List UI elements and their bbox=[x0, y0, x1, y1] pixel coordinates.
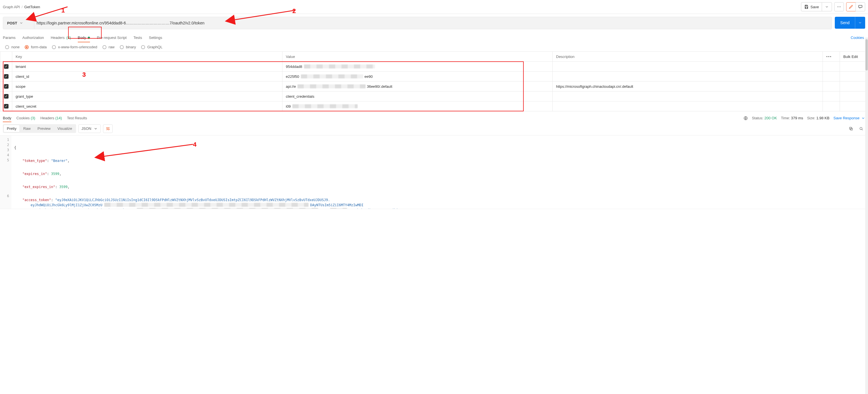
row-enabled-checkbox[interactable]: ✓ bbox=[4, 64, 8, 69]
row-enabled-checkbox[interactable]: ✓ bbox=[4, 94, 8, 98]
comments-button[interactable] bbox=[856, 2, 865, 11]
row-enabled-checkbox[interactable]: ✓ bbox=[4, 74, 8, 79]
bulk-edit-link[interactable]: Bulk Edit bbox=[840, 52, 868, 61]
tab-body[interactable]: Body bbox=[78, 33, 90, 42]
copy-response-button[interactable] bbox=[847, 125, 855, 133]
viewer-visualize[interactable]: Visualize bbox=[54, 125, 75, 132]
svg-point-1 bbox=[839, 6, 839, 7]
cell-value[interactable]: i09 bbox=[282, 102, 552, 111]
table-row: ✓grant_typeclient_credentials bbox=[0, 91, 868, 101]
cell-value[interactable]: e225f50ee90 bbox=[282, 72, 552, 81]
cell-description[interactable] bbox=[552, 91, 823, 101]
col-key: Key bbox=[12, 52, 282, 61]
save-button-group: Save bbox=[801, 2, 832, 11]
wrap-icon bbox=[105, 126, 110, 131]
globe-icon bbox=[743, 116, 748, 120]
http-method-select[interactable]: POST bbox=[3, 17, 34, 29]
body-type-x-www-form-urlencoded[interactable]: x-www-form-urlencoded bbox=[52, 45, 97, 49]
edit-button[interactable] bbox=[846, 2, 856, 11]
cell-key[interactable]: scope bbox=[12, 82, 282, 91]
chevron-down-icon bbox=[94, 127, 98, 131]
cell-value[interactable]: client_credentials bbox=[282, 91, 552, 101]
body-dirty-dot bbox=[88, 37, 90, 39]
pencil-icon bbox=[849, 4, 853, 9]
viewer-raw[interactable]: Raw bbox=[20, 125, 34, 132]
viewer-mode-tabs: Pretty Raw Preview Visualize bbox=[3, 124, 76, 133]
cell-key[interactable]: grant_type bbox=[12, 91, 282, 101]
save-button[interactable]: Save bbox=[801, 2, 822, 11]
chevron-down-icon bbox=[861, 116, 865, 120]
cell-description[interactable]: https://microsoftgraph.chinacloudapi.cn/… bbox=[552, 82, 823, 91]
chevron-down-icon bbox=[19, 21, 23, 25]
svg-point-0 bbox=[837, 6, 838, 7]
code-content: { "token_type": "Bearer", "expires_in": … bbox=[11, 136, 868, 209]
body-type-graphql[interactable]: GraphQL bbox=[141, 45, 162, 49]
col-description: Description bbox=[552, 52, 823, 61]
breadcrumb: Graph API / GetToken bbox=[3, 5, 40, 9]
top-actions: Save bbox=[801, 2, 865, 11]
response-tabs: Body Cookies (3) Headers (14) Test Resul… bbox=[3, 114, 87, 122]
wrap-lines-button[interactable] bbox=[103, 124, 113, 133]
search-response-button[interactable] bbox=[857, 125, 865, 133]
body-type-form-data[interactable]: form-data bbox=[25, 45, 47, 49]
more-options-button[interactable] bbox=[834, 2, 844, 11]
viewer-pretty[interactable]: Pretty bbox=[3, 125, 20, 132]
right-toggle-group bbox=[846, 2, 865, 11]
redacted-value bbox=[292, 104, 358, 108]
tab-authorization[interactable]: Authorization bbox=[23, 33, 44, 42]
body-type-binary[interactable]: binary bbox=[120, 45, 136, 49]
cell-value[interactable]: api://e36ee90/.default bbox=[282, 82, 552, 91]
tab-tests[interactable]: Tests bbox=[133, 33, 142, 42]
code-gutter: 12345 6 bbox=[0, 136, 11, 209]
cell-key[interactable]: client_secret bbox=[12, 102, 282, 111]
row-enabled-checkbox[interactable]: ✓ bbox=[4, 104, 8, 109]
breadcrumb-current: GetToken bbox=[24, 5, 40, 9]
tab-headers[interactable]: Headers (8) bbox=[51, 33, 71, 42]
chevron-down-icon bbox=[825, 5, 829, 9]
scrollbar[interactable] bbox=[865, 37, 868, 394]
col-more[interactable]: ••• bbox=[823, 52, 840, 61]
table-row: ✓tenant954ddad8 bbox=[0, 61, 868, 71]
cell-key[interactable]: tenant bbox=[12, 62, 282, 71]
col-value: Value bbox=[282, 52, 552, 61]
body-type-none[interactable]: none bbox=[5, 45, 20, 49]
request-url-input[interactable] bbox=[34, 17, 832, 29]
cell-description[interactable] bbox=[552, 72, 823, 81]
chevron-down-icon bbox=[858, 21, 862, 25]
resp-tab-body[interactable]: Body bbox=[3, 114, 11, 122]
response-language-select[interactable]: JSON bbox=[78, 124, 101, 133]
copy-icon bbox=[849, 126, 853, 131]
response-code-viewer[interactable]: 12345 6 { "token_type": "Bearer", "expir… bbox=[0, 135, 868, 209]
cookies-link[interactable]: Cookies bbox=[851, 35, 865, 40]
tab-params[interactable]: Params bbox=[3, 33, 16, 42]
cell-value[interactable]: 954ddad8 bbox=[282, 62, 552, 71]
save-dropdown-button[interactable] bbox=[822, 2, 832, 11]
cell-key[interactable]: client_id bbox=[12, 72, 282, 81]
resp-tab-headers[interactable]: Headers (14) bbox=[40, 114, 62, 122]
svg-point-2 bbox=[840, 6, 841, 7]
resp-tab-cookies[interactable]: Cookies (3) bbox=[17, 114, 35, 122]
svg-point-7 bbox=[860, 127, 862, 130]
cell-description[interactable] bbox=[552, 102, 823, 111]
breadcrumb-parent[interactable]: Graph API bbox=[3, 5, 20, 9]
send-dropdown-button[interactable] bbox=[855, 17, 865, 29]
resp-tab-test-results[interactable]: Test Results bbox=[67, 114, 87, 122]
request-tabs: Params Authorization Headers (8) Body Pr… bbox=[3, 33, 162, 42]
tab-prerequest[interactable]: Pre-request Script bbox=[97, 33, 127, 42]
more-horizontal-icon bbox=[837, 4, 841, 9]
redacted-value bbox=[304, 64, 375, 68]
save-icon bbox=[804, 4, 809, 9]
send-button[interactable]: Send bbox=[835, 17, 855, 29]
tab-settings[interactable]: Settings bbox=[149, 33, 162, 42]
comment-icon bbox=[858, 4, 863, 9]
viewer-preview[interactable]: Preview bbox=[34, 125, 54, 132]
row-enabled-checkbox[interactable]: ✓ bbox=[4, 84, 8, 89]
save-response-link[interactable]: Save Response bbox=[833, 116, 865, 120]
search-icon bbox=[859, 126, 864, 131]
body-type-raw[interactable]: raw bbox=[102, 45, 115, 49]
redacted-value bbox=[301, 75, 363, 78]
response-meta: Status: 200 OK Time: 379 ms Size: 1.98 K… bbox=[743, 116, 865, 120]
table-row: ✓client_secreti09 bbox=[0, 101, 868, 111]
cell-description[interactable] bbox=[552, 62, 823, 71]
redacted-value bbox=[298, 84, 366, 88]
